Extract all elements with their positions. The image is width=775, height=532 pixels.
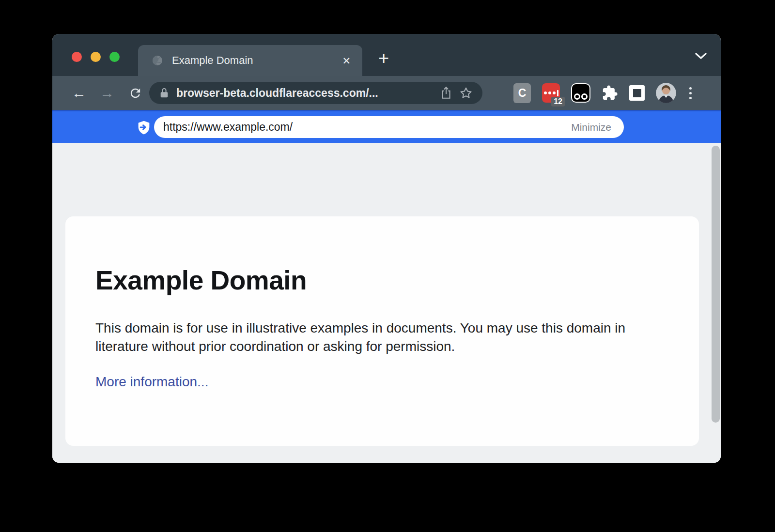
close-window-button[interactable] [72,52,82,62]
back-button[interactable]: ← [65,85,93,101]
page-title: Example Domain [95,265,670,296]
chevron-down-icon[interactable] [695,52,707,60]
password-manager-extension-icon[interactable]: 12 [542,83,560,103]
globe-favicon-icon [152,55,163,66]
reload-icon [128,86,142,100]
new-tab-button[interactable]: + [374,49,393,68]
example-domain-card: Example Domain This domain is for use in… [65,216,699,446]
extensions-puzzle-icon[interactable] [602,85,618,101]
extensions-row: C 12 [513,83,694,103]
share-icon[interactable] [440,86,452,100]
bookmark-star-icon[interactable] [459,86,473,100]
profile-avatar[interactable] [656,83,676,103]
isolation-shield-icon [136,120,152,136]
side-panel-icon[interactable] [629,85,645,101]
black-extension-icon[interactable] [571,83,590,103]
isolated-url-input[interactable] [163,121,571,134]
minimize-window-button[interactable] [91,52,101,62]
extension-badge-count: 12 [551,97,565,106]
address-bar-url: browser-beta.cloudflareaccess.com/... [176,87,433,100]
extension-c-icon[interactable]: C [513,83,531,103]
more-information-link[interactable]: More information... [95,374,208,390]
browser-window: Example Domain ✕ + ← → browser-beta.clou… [52,34,721,463]
scrollbar-thumb[interactable] [712,146,720,423]
macos-traffic-lights [72,52,120,62]
reload-button[interactable] [121,86,149,100]
minimize-bar-button[interactable]: Minimize [571,122,611,133]
browser-toolbar: ← → browser-beta.cloudflareaccess.com/..… [52,76,721,110]
zoom-window-button[interactable] [109,52,120,62]
remote-browser-bar: Minimize [52,110,721,143]
tab-example-domain[interactable]: Example Domain ✕ [138,45,362,76]
tab-title: Example Domain [172,54,342,67]
tab-strip: Example Domain ✕ + [52,34,721,76]
browser-menu-icon[interactable] [687,87,694,99]
page-viewport: Example Domain This domain is for use in… [52,143,721,463]
close-tab-icon[interactable]: ✕ [342,56,351,66]
address-bar[interactable]: browser-beta.cloudflareaccess.com/... [149,82,482,104]
isolated-url-bar: Minimize [154,116,624,138]
lock-icon [159,87,170,99]
forward-button[interactable]: → [93,85,121,101]
page-body-text: This domain is for use in illustrative e… [95,319,657,356]
